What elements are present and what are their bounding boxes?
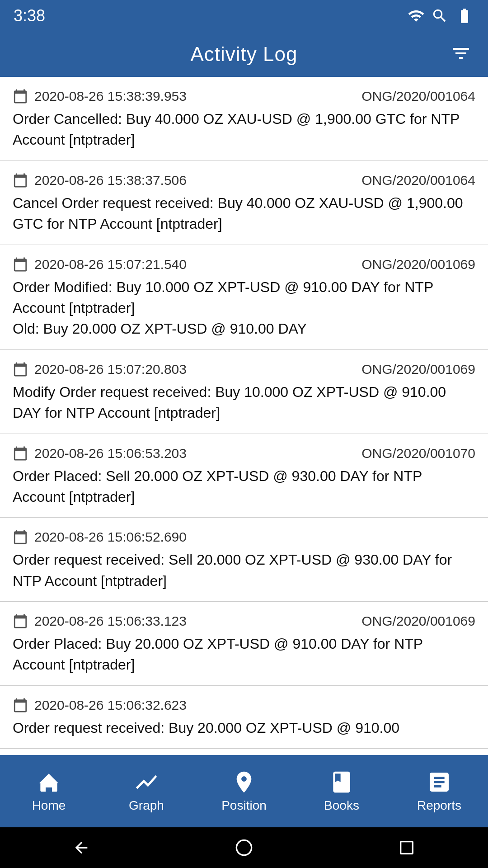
home-icon [36, 769, 61, 795]
signal-icon [408, 7, 425, 24]
log-item-desc: Modify Order request received: Buy 10.00… [13, 382, 475, 424]
bottom-nav: Home Graph Position Books Reports [0, 755, 488, 827]
log-item-desc: Order Cancelled: Buy 40.000 OZ XAU-USD @… [13, 108, 475, 151]
log-date-text: 2020-08-26 15:06:32.623 [34, 698, 187, 713]
home-button[interactable] [230, 834, 258, 861]
circle-icon [235, 839, 253, 857]
back-icon [72, 839, 90, 857]
log-date-text: 2020-08-26 15:07:21.540 [34, 257, 187, 272]
nav-label-books: Books [324, 798, 359, 813]
calendar-icon [13, 362, 28, 377]
header: Activity Log [0, 32, 488, 77]
log-item-header: 2020-08-26 15:38:37.506ONG/2020/001064 [13, 173, 475, 188]
log-item-date: 2020-08-26 15:38:39.953 [13, 89, 187, 104]
log-item: 2020-08-26 15:07:20.803ONG/2020/001069Mo… [0, 350, 488, 434]
nav-item-position[interactable]: Position [195, 755, 293, 827]
calendar-icon [13, 257, 28, 272]
log-item-desc: Order Placed: Buy 20.000 OZ XPT-USD @ 91… [13, 633, 475, 675]
calendar-icon [13, 613, 28, 629]
graph-icon [134, 769, 159, 795]
log-item-header: 2020-08-26 15:07:20.803ONG/2020/001069 [13, 362, 475, 377]
log-item-header: 2020-08-26 15:06:32.623 [13, 698, 475, 713]
log-list: 2020-08-26 15:38:39.953ONG/2020/001064Or… [0, 77, 488, 755]
log-item: 2020-08-26 15:06:32.623Order request rec… [0, 686, 488, 749]
log-item-date: 2020-08-26 15:38:37.506 [13, 173, 187, 188]
log-date-text: 2020-08-26 15:06:52.690 [34, 529, 187, 545]
log-item-date: 2020-08-26 15:06:53.203 [13, 446, 187, 461]
log-date-text: 2020-08-26 15:06:53.203 [34, 446, 187, 461]
back-button[interactable] [68, 834, 95, 861]
log-item-header: 2020-08-26 15:07:21.540ONG/2020/001069 [13, 257, 475, 272]
calendar-icon [13, 446, 28, 461]
log-item-ref: ONG/2020/001069 [361, 362, 475, 377]
log-item: 2020-08-26 15:38:37.506ONG/2020/001064Ca… [0, 161, 488, 245]
nav-item-reports[interactable]: Reports [390, 755, 488, 827]
calendar-icon [13, 698, 28, 713]
calendar-icon [13, 89, 28, 104]
calendar-icon [13, 173, 28, 188]
log-item-desc: Order request received: Sell 20.000 OZ X… [13, 549, 475, 591]
log-item-desc: Order Placed: Sell 20.000 OZ XPT-USD @ 9… [13, 466, 475, 508]
svg-rect-1 [401, 842, 413, 854]
nav-label-reports: Reports [417, 798, 461, 813]
header-title: Activity Log [191, 43, 298, 66]
filter-button[interactable] [450, 42, 472, 66]
log-item: 2020-08-26 15:06:33.123ONG/2020/001069Or… [0, 602, 488, 686]
log-item-date: 2020-08-26 15:06:33.123 [13, 613, 187, 629]
log-item-desc: Cancel Order request received: Buy 40.00… [13, 193, 475, 235]
log-date-text: 2020-08-26 15:06:33.123 [34, 613, 187, 629]
log-item: 2020-08-26 15:06:52.690Order request rec… [0, 518, 488, 602]
log-item-header: 2020-08-26 15:06:53.203ONG/2020/001070 [13, 446, 475, 461]
log-item-ref: ONG/2020/001064 [361, 173, 475, 188]
log-item-ref: ONG/2020/001064 [361, 89, 475, 104]
log-item: 2020-08-26 15:38:39.953ONG/2020/001064Or… [0, 77, 488, 161]
status-bar: 3:38 [0, 0, 488, 32]
square-icon [398, 839, 416, 857]
log-item-header: 2020-08-26 15:38:39.953ONG/2020/001064 [13, 89, 475, 104]
filter-icon [450, 42, 472, 64]
status-time: 3:38 [14, 6, 45, 25]
nav-item-books[interactable]: Books [293, 755, 390, 827]
log-item-ref: ONG/2020/001069 [361, 257, 475, 272]
nav-label-position: Position [221, 798, 267, 813]
status-icons [408, 7, 474, 24]
log-item-header: 2020-08-26 15:06:52.690 [13, 529, 475, 545]
log-item-date: 2020-08-26 15:06:32.623 [13, 698, 187, 713]
log-item-desc: Order Modified: Buy 10.000 OZ XPT-USD @ … [13, 277, 475, 340]
recents-button[interactable] [393, 834, 420, 861]
log-date-text: 2020-08-26 15:38:37.506 [34, 173, 187, 188]
log-item-header: 2020-08-26 15:06:33.123ONG/2020/001069 [13, 613, 475, 629]
reports-icon [427, 769, 452, 795]
log-item-date: 2020-08-26 15:07:21.540 [13, 257, 187, 272]
log-item-ref: ONG/2020/001070 [361, 446, 475, 461]
log-item: 2020-08-26 15:06:53.203ONG/2020/001070Or… [0, 434, 488, 518]
nav-label-graph: Graph [129, 798, 164, 813]
log-item-date: 2020-08-26 15:07:20.803 [13, 362, 187, 377]
android-nav [0, 827, 488, 868]
nav-item-home[interactable]: Home [0, 755, 98, 827]
log-date-text: 2020-08-26 15:07:20.803 [34, 362, 187, 377]
log-item-ref: ONG/2020/001069 [361, 613, 475, 629]
books-icon [329, 769, 354, 795]
battery-icon [455, 7, 474, 24]
nav-label-home: Home [32, 798, 66, 813]
log-item: 2020-08-26 15:07:21.540ONG/2020/001069Or… [0, 245, 488, 350]
nav-item-graph[interactable]: Graph [98, 755, 195, 827]
log-date-text: 2020-08-26 15:38:39.953 [34, 89, 187, 104]
position-icon [231, 769, 257, 795]
calendar-icon [13, 529, 28, 545]
wifi-icon [431, 7, 448, 24]
log-item-desc: Order request received: Buy 20.000 OZ XP… [13, 717, 475, 738]
log-item-date: 2020-08-26 15:06:52.690 [13, 529, 187, 545]
svg-point-0 [236, 840, 251, 855]
